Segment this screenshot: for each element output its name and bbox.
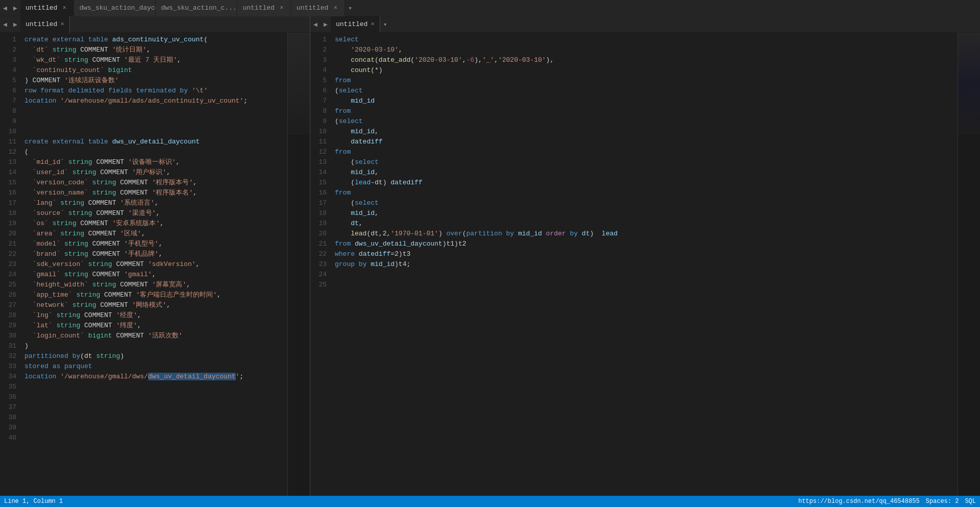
pane-left-tab-close[interactable]: × xyxy=(60,21,64,28)
tab-nav-prev[interactable]: ◀ xyxy=(0,0,10,16)
tab-label: untitled xyxy=(297,4,328,12)
editor-pane-left: ◀ ▶ untitled × 12345 678910 1112131415 1… xyxy=(0,16,310,496)
pane-right-tab-close[interactable]: × xyxy=(371,21,374,28)
right-code-content[interactable]: 12345 678910 1112131415 1617181920 21222… xyxy=(310,33,980,496)
pane-right-overflow[interactable]: ▾ xyxy=(380,16,390,33)
top-tab-bar: ◀ ▶ untitled × dws_sku_action_daycount.s… xyxy=(0,0,980,16)
editor-pane-right: ◀ ▶ untitled × ▾ 12345 678910 1112131415… xyxy=(310,16,980,496)
pane-left-tab-bar: ◀ ▶ untitled × xyxy=(0,16,310,33)
tab-untitled-1[interactable]: untitled × xyxy=(20,0,74,16)
right-line-numbers: 12345 678910 1112131415 1617181920 21222… xyxy=(310,33,331,496)
pane-right-tab-label: untitled xyxy=(336,20,368,28)
tab-label: untitled xyxy=(242,4,274,12)
tab-untitled-2[interactable]: untitled × xyxy=(237,0,291,16)
pane-right-nav-prev[interactable]: ◀ xyxy=(310,16,321,33)
status-spaces: Spaces: 2 xyxy=(926,498,959,505)
tab-overflow-btn[interactable]: ▾ xyxy=(345,0,355,16)
left-code-content[interactable]: 12345 678910 1112131415 1617181920 21222… xyxy=(0,33,310,496)
tab-untitled-3[interactable]: untitled × xyxy=(291,0,345,16)
right-minimap xyxy=(958,33,980,496)
right-code-lines[interactable]: select '2020-03-10', concat(date_add('20… xyxy=(331,33,958,496)
left-line-numbers: 12345 678910 1112131415 1617181920 21222… xyxy=(0,33,20,496)
tab-close-5[interactable]: × xyxy=(331,5,339,12)
tab-close-1[interactable]: × xyxy=(60,5,68,12)
status-position: Line 1, Column 1 xyxy=(4,498,63,505)
status-url: https://blog.csdn.net/qq_46548855 xyxy=(798,498,920,505)
status-right: https://blog.csdn.net/qq_46548855 Spaces… xyxy=(798,498,976,505)
left-code-lines[interactable]: create external table ads_continuity_uv_… xyxy=(20,33,287,496)
pane-left-tab-label: untitled xyxy=(26,20,57,28)
tab-dws-sku-c[interactable]: dws_sku_action_c... × xyxy=(156,0,237,16)
pane-left-nav-next[interactable]: ▶ xyxy=(10,16,20,33)
tab-nav-next[interactable]: ▶ xyxy=(10,0,20,16)
editor-area: ◀ ▶ untitled × 12345 678910 1112131415 1… xyxy=(0,16,980,496)
tab-dws-sku[interactable]: dws_sku_action_daycount.sku_id × xyxy=(74,0,156,16)
status-lang: SQL xyxy=(965,498,976,505)
status-left: Line 1, Column 1 xyxy=(4,498,63,505)
tab-label: dws_sku_action_c... xyxy=(161,4,236,12)
tab-close-4[interactable]: × xyxy=(278,5,286,12)
status-bar: Line 1, Column 1 https://blog.csdn.net/q… xyxy=(0,496,980,507)
pane-right-tab[interactable]: untitled × xyxy=(331,16,380,33)
tab-label: untitled xyxy=(26,4,57,12)
pane-left-nav-prev[interactable]: ◀ xyxy=(0,16,10,33)
pane-left-tab[interactable]: untitled × xyxy=(20,16,70,33)
left-minimap xyxy=(287,33,310,496)
pane-right-tab-bar: ◀ ▶ untitled × ▾ xyxy=(310,16,980,33)
pane-right-nav-next[interactable]: ▶ xyxy=(321,16,331,33)
